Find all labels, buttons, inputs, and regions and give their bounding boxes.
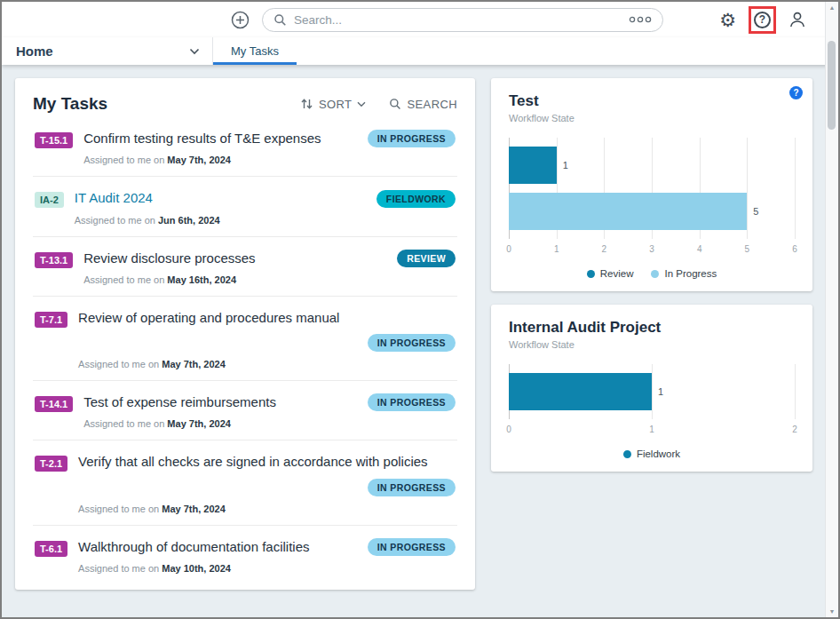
chart-title: Internal Audit Project <box>509 319 795 337</box>
scroll-up-arrow-icon[interactable]: ▲ <box>829 4 836 11</box>
assigned-prefix: Assigned to me on <box>78 504 162 514</box>
task-body: Test of expense reimbursements IN PROGRE… <box>83 393 456 429</box>
task-row[interactable]: T-2.1 Verify that all checks are signed … <box>33 440 457 525</box>
workflow-state-chart: 150123456ReviewIn Progress <box>509 138 795 281</box>
user-profile-icon[interactable] <box>788 11 806 28</box>
task-status-badge: IN PROGRESS <box>368 130 456 147</box>
add-button[interactable] <box>231 11 250 29</box>
sort-label: SORT <box>319 98 352 111</box>
task-ref-badge: T-6.1 <box>35 541 67 557</box>
nav-bar: Home My Tasks <box>2 37 838 65</box>
task-row[interactable]: T-13.1 Review disclosure processes REVIE… <box>33 237 457 297</box>
task-assigned-text: Assigned to me on May 7th, 2024 <box>78 504 456 514</box>
search-input[interactable] <box>294 13 622 27</box>
my-tasks-panel: My Tasks SORT S <box>15 78 475 590</box>
task-line: Confirm testing results of T&E expenses … <box>83 130 456 147</box>
task-ref-badge: T-13.1 <box>35 252 73 268</box>
task-row[interactable]: T-7.1 Review of operating and procedures… <box>33 297 457 381</box>
task-status-badge: IN PROGRESS <box>368 393 456 411</box>
task-line: Verify that all checks are signed in acc… <box>78 453 456 496</box>
tab-label: My Tasks <box>231 44 279 58</box>
chart-card-test: ? Test Workflow State 150123456ReviewIn … <box>491 78 812 291</box>
chart-legend: Fieldwork <box>509 448 795 461</box>
legend-dot <box>623 450 631 458</box>
task-body: Confirm testing results of T&E expenses … <box>83 130 456 165</box>
x-axis-tick-label: 0 <box>506 425 511 434</box>
chart-bar-review <box>509 147 557 184</box>
task-line: IT Audit 2024 FIELDWORK <box>75 189 456 207</box>
task-title[interactable]: Verify that all checks are signed in acc… <box>78 453 456 471</box>
assigned-date: May 7th, 2024 <box>162 359 226 369</box>
task-ref-badge: T-2.1 <box>35 456 67 472</box>
help-icon[interactable]: ? <box>754 12 771 28</box>
task-ref-badge: T-7.1 <box>35 312 67 328</box>
task-line: Walkthrough of documentation facilities … <box>78 538 456 556</box>
help-icon-highlight: ? <box>749 6 776 34</box>
x-axis-tick-label: 5 <box>745 244 750 254</box>
assigned-prefix: Assigned to me on <box>75 215 158 226</box>
task-line: Review of operating and procedures manua… <box>78 309 456 352</box>
task-title[interactable]: Review of operating and procedures manua… <box>78 309 456 327</box>
charts-column: ? Test Workflow State 150123456ReviewIn … <box>491 78 812 472</box>
home-label: Home <box>16 44 53 59</box>
tasks-panel-controls: SORT SEARCH <box>300 98 457 111</box>
search-label: SEARCH <box>407 98 457 111</box>
legend-label: Fieldwork <box>637 448 680 459</box>
assigned-prefix: Assigned to me on <box>78 563 162 574</box>
task-title[interactable]: Review disclosure processes <box>83 250 388 267</box>
more-options-icon[interactable] <box>629 16 652 23</box>
x-axis-tick-label: 2 <box>602 244 607 254</box>
task-status-badge: REVIEW <box>397 250 456 267</box>
task-row[interactable]: IA-2 IT Audit 2024 FIELDWORK Assigned to… <box>33 177 457 236</box>
task-body: Verify that all checks are signed in acc… <box>78 453 456 513</box>
chart-bar-row: 1 <box>509 147 795 184</box>
main-content: My Tasks SORT S <box>2 65 825 617</box>
legend-dot <box>587 270 595 278</box>
legend-item-fieldwork[interactable]: Fieldwork <box>623 448 680 459</box>
assigned-prefix: Assigned to me on <box>83 274 167 285</box>
task-status-badge: IN PROGRESS <box>368 479 456 496</box>
task-row[interactable]: T-6.1 Walkthrough of documentation facil… <box>33 526 457 584</box>
sort-control[interactable]: SORT <box>300 98 366 111</box>
task-line: Test of expense reimbursements IN PROGRE… <box>83 393 456 411</box>
task-title[interactable]: IT Audit 2024 <box>75 189 368 207</box>
legend-item-in-progress[interactable]: In Progress <box>651 268 717 279</box>
home-dropdown[interactable]: Home <box>2 37 213 65</box>
task-row[interactable]: T-15.1 Confirm testing results of T&E ex… <box>33 117 457 177</box>
legend-item-review[interactable]: Review <box>587 268 634 279</box>
search-bar[interactable] <box>262 8 663 32</box>
assigned-date: May 10th, 2024 <box>162 563 231 574</box>
gridline <box>795 138 796 239</box>
chart-card-internal-audit-project: Internal Audit Project Workflow State 10… <box>491 305 812 472</box>
x-axis-tick-label: 2 <box>792 425 797 434</box>
assigned-date: May 7th, 2024 <box>162 504 226 514</box>
help-icon[interactable]: ? <box>789 86 803 99</box>
plus-circle-icon <box>231 11 250 29</box>
task-ref-badge: IA-2 <box>35 192 64 208</box>
tab-my-tasks[interactable]: My Tasks <box>213 37 297 65</box>
task-status-badge: IN PROGRESS <box>368 538 456 556</box>
task-assigned-text: Assigned to me on May 7th, 2024 <box>78 359 456 369</box>
vertical-scrollbar: ▲ ▼ <box>825 2 838 617</box>
tasks-search-control[interactable]: SEARCH <box>389 98 457 111</box>
task-title[interactable]: Walkthrough of documentation facilities <box>78 538 359 556</box>
task-ref-badge: T-15.1 <box>35 132 73 148</box>
bar-value-label: 1 <box>658 386 663 397</box>
task-body: Review of operating and procedures manua… <box>78 309 456 369</box>
task-ref-badge: T-14.1 <box>35 396 73 412</box>
chart-subtitle: Workflow State <box>509 113 795 123</box>
task-body: Review disclosure processes REVIEW Assig… <box>83 250 456 285</box>
task-title[interactable]: Confirm testing results of T&E expenses <box>83 130 358 147</box>
legend-dot <box>651 270 659 278</box>
x-axis-ticks: 0123456 <box>509 244 795 258</box>
task-body: Walkthrough of documentation facilities … <box>78 538 456 574</box>
task-title[interactable]: Test of expense reimbursements <box>83 393 358 411</box>
task-row[interactable]: T-14.1 Test of expense reimbursements IN… <box>33 381 457 440</box>
assigned-prefix: Assigned to me on <box>83 418 167 429</box>
settings-gear-icon[interactable]: ⚙ <box>719 11 736 29</box>
scrollbar-thumb[interactable] <box>828 41 836 130</box>
scroll-down-arrow-icon[interactable]: ▼ <box>829 608 836 615</box>
legend-label: In Progress <box>664 268 717 279</box>
x-axis-tick-label: 6 <box>792 244 797 254</box>
search-icon <box>389 98 401 110</box>
